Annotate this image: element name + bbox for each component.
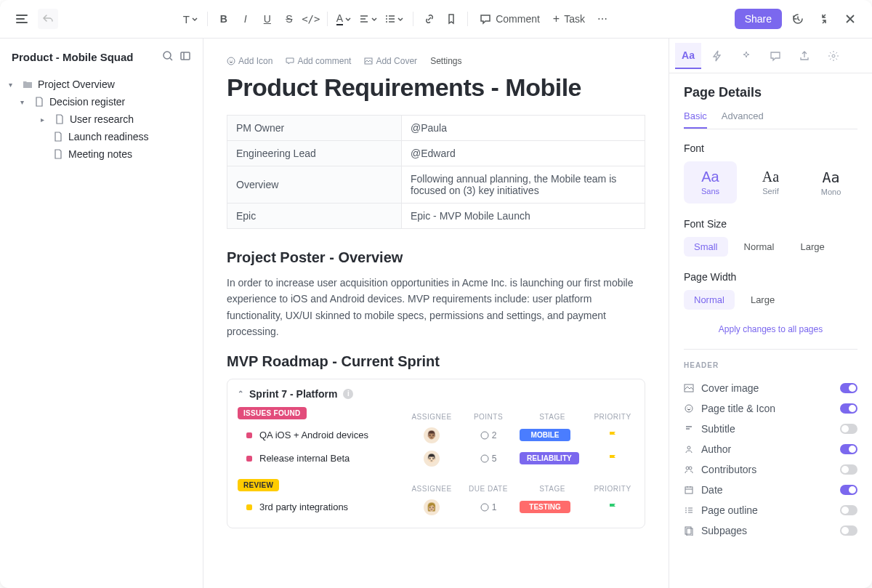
task-row[interactable]: QA iOS + Android devices 👨🏽 2 MOBILE: [238, 424, 634, 447]
tree-item-meeting-notes[interactable]: Meeting notes: [9, 145, 194, 163]
toggle-cover-image[interactable]: Cover image: [684, 378, 857, 398]
task-row[interactable]: Release internal Beta 👨🏻 5 RELIABILITY: [238, 447, 634, 470]
svg-rect-4: [181, 52, 190, 60]
toggle-subpages[interactable]: Subpages: [684, 520, 857, 541]
font-size-normal[interactable]: Normal: [734, 237, 785, 257]
meta-table: PM Owner@Paula Engineering Lead@Edward O…: [227, 115, 645, 229]
tree-item-launch-readiness[interactable]: Launch readiness: [9, 128, 194, 145]
collapse-icon[interactable]: [814, 9, 834, 29]
sprint-title: Sprint 7 - Platform: [249, 388, 337, 400]
switch[interactable]: [840, 383, 857, 393]
switch[interactable]: [840, 525, 857, 536]
chevron-up-icon[interactable]: ⌃: [238, 390, 243, 398]
font-label: Font: [684, 142, 857, 154]
switch[interactable]: [840, 505, 857, 515]
font-size-large[interactable]: Large: [790, 237, 834, 257]
tree-item-project-overview[interactable]: ▾ Project Overview: [9, 76, 194, 93]
add-icon-action[interactable]: Add Icon: [227, 56, 272, 66]
points-icon: [480, 431, 489, 440]
priority-flag-icon[interactable]: [607, 454, 618, 464]
strikethrough-button[interactable]: S: [279, 9, 299, 29]
switch[interactable]: [840, 424, 857, 434]
toggle-date[interactable]: Date: [684, 480, 857, 500]
close-icon[interactable]: [840, 9, 860, 29]
info-icon[interactable]: i: [343, 389, 353, 399]
font-serif[interactable]: AaSerif: [744, 161, 797, 204]
toggle-contributors[interactable]: Contributors: [684, 459, 857, 480]
comment-button[interactable]: Comment: [474, 9, 546, 29]
svg-point-2: [386, 21, 387, 23]
svg-point-7: [481, 432, 488, 439]
panel-tab-ai[interactable]: [733, 43, 759, 69]
svg-point-3: [164, 52, 171, 59]
avatar: 👨🏽: [424, 427, 440, 443]
font-size-small[interactable]: Small: [684, 237, 728, 257]
page-width-large[interactable]: Large: [740, 290, 785, 310]
bold-button[interactable]: B: [214, 9, 234, 29]
switch[interactable]: [840, 444, 857, 454]
align-dropdown[interactable]: [356, 9, 381, 29]
link-button[interactable]: [419, 9, 440, 29]
toggle-page-title-icon[interactable]: Page title & Icon: [684, 398, 857, 419]
list-dropdown[interactable]: [382, 9, 407, 29]
panel-tab-settings[interactable]: [820, 43, 847, 69]
menu-icon[interactable]: [12, 9, 32, 29]
toggle-page-outline[interactable]: Page outline: [684, 500, 857, 520]
apply-all-link[interactable]: Apply changes to all pages: [684, 324, 857, 334]
add-cover-action[interactable]: Add Cover: [364, 56, 417, 66]
italic-button[interactable]: I: [235, 9, 256, 29]
subtab-basic[interactable]: Basic: [684, 110, 707, 129]
sidebar-title: Product - Mobile Squad: [12, 51, 134, 63]
sprint-card: ⌃ Sprint 7 - Platform i ISSUES FOUND ASS…: [227, 379, 645, 528]
toggle-author[interactable]: Author: [684, 439, 857, 459]
stage-pill: RELIABILITY: [520, 452, 579, 464]
tree-item-decision-register[interactable]: ▾ Decision register: [9, 93, 194, 110]
priority-flag-icon[interactable]: [607, 430, 618, 440]
stage-pill: MOBILE: [520, 429, 570, 441]
tree-item-user-research[interactable]: ▸ User research: [9, 110, 194, 128]
panel-tab-comments[interactable]: [762, 43, 788, 69]
avatar: 👩🏼: [424, 499, 440, 515]
share-button[interactable]: Share: [735, 9, 782, 29]
panel-tab-typography[interactable]: Aa: [675, 43, 701, 69]
switch[interactable]: [840, 464, 857, 475]
font-mono[interactable]: AaMono: [804, 161, 857, 204]
svg-point-14: [686, 467, 689, 470]
panel-tab-share[interactable]: [791, 43, 818, 69]
add-comment-action[interactable]: Add comment: [286, 56, 351, 66]
settings-action[interactable]: Settings: [430, 56, 461, 66]
task-row[interactable]: 3rd party integrations 👩🏼 1 TESTING: [238, 496, 634, 519]
comment-icon: [480, 13, 491, 25]
search-icon[interactable]: [162, 50, 174, 64]
task-button[interactable]: + Task: [547, 9, 591, 29]
switch[interactable]: [840, 485, 857, 495]
more-button[interactable]: ⋯: [592, 9, 613, 29]
undo-button[interactable]: [38, 9, 58, 29]
underline-button[interactable]: U: [257, 9, 278, 29]
group-chip-review[interactable]: REVIEW: [238, 479, 279, 491]
sidebar-toggle-icon[interactable]: [179, 50, 191, 64]
priority-flag-icon[interactable]: [607, 502, 618, 512]
document-icon: [52, 148, 64, 160]
text-style-dropdown[interactable]: T: [180, 9, 201, 29]
main-content: Add Icon Add comment Add Cover Settings …: [203, 39, 669, 588]
section-roadmap-heading: MVP Roadmap - Current Sprint: [227, 353, 645, 370]
svg-point-8: [481, 455, 488, 462]
switch[interactable]: [840, 403, 857, 414]
page-width-normal[interactable]: Normal: [684, 290, 735, 310]
toggle-subtitle[interactable]: Subtitle: [684, 419, 857, 439]
subtab-advanced[interactable]: Advanced: [722, 110, 764, 129]
folder-icon: [22, 78, 33, 90]
code-button[interactable]: </>: [301, 9, 321, 29]
stage-pill: TESTING: [520, 501, 570, 513]
history-icon[interactable]: [788, 9, 808, 29]
panel-tab-automation[interactable]: [704, 43, 730, 69]
group-chip-issues[interactable]: ISSUES FOUND: [238, 407, 307, 419]
font-sans[interactable]: AaSans: [684, 161, 737, 204]
document-icon: [54, 113, 65, 125]
bookmark-button[interactable]: [441, 9, 461, 29]
svg-point-12: [685, 405, 693, 412]
toolbar: T B I U S </> A: [0, 0, 872, 39]
svg-point-1: [386, 18, 387, 20]
text-color-dropdown[interactable]: A: [334, 9, 355, 29]
